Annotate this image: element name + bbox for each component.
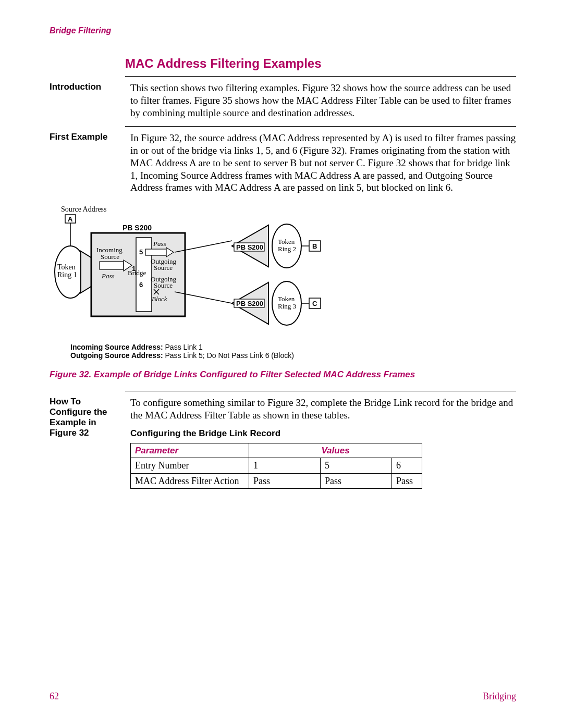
cell-entry-1: 1 — [249, 458, 321, 474]
table-row: MAC Address Filter Action Pass Pass Pass — [131, 473, 422, 489]
table-row: Entry Number 1 5 6 — [131, 458, 422, 474]
cell-entry-5: 5 — [321, 458, 392, 474]
node-b-label: B — [312, 242, 317, 250]
text-introduction: This section shows two filtering example… — [130, 82, 516, 119]
th-values: Values — [249, 443, 422, 458]
node-c-label: C — [312, 300, 317, 307]
pass-1-label: Pass — [101, 272, 115, 280]
bridge-link-table: Parameter Values Entry Number 1 5 6 MAC … — [130, 443, 422, 489]
page-number: 62 — [50, 691, 59, 702]
label-first-example: First Example — [50, 132, 130, 194]
rule-3 — [125, 391, 516, 391]
page-title: MAC Address Filtering Examples — [125, 56, 516, 71]
caption-line-1-text: Pass Link 1 — [163, 343, 203, 351]
diagram-svg: Token Ring 1 Source Address A PB S200 Br… — [50, 204, 383, 335]
caption-line-2-bold: Outgoing Source Address: — [70, 351, 163, 360]
link-1-label: 1 — [132, 265, 136, 273]
cell-pass-1: Pass — [249, 473, 321, 489]
label-introduction: Introduction — [50, 82, 130, 119]
diagram-caption-text: Incoming Source Address: Pass Link 1 Out… — [70, 343, 516, 360]
section-first-example: First Example In Figure 32, the source a… — [50, 132, 516, 194]
text-first-example: In Figure 32, the source address (MAC Ad… — [130, 132, 516, 194]
block-label: Block — [152, 295, 167, 303]
pb-s200-r2-label: PB S200 — [236, 300, 263, 307]
footer-section: Bridging — [483, 691, 516, 702]
caption-line-2-text: Pass Link 5; Do Not Pass Link 6 (Block) — [163, 351, 294, 360]
node-a-label: A — [68, 215, 73, 223]
text-howto: To configure something similar to Figure… — [130, 397, 516, 422]
token-ring-1-label-1: Token — [57, 263, 76, 271]
link-6-label: 6 — [139, 281, 143, 289]
token-ring-3-label-2: Ring 3 — [278, 302, 296, 310]
th-parameter: Parameter — [131, 443, 249, 458]
figure-32-diagram: Token Ring 1 Source Address A PB S200 Br… — [50, 204, 516, 380]
link-5-label: 5 — [139, 248, 143, 256]
rule-1 — [125, 76, 516, 77]
label-howto: How To Configure the Example in Figure 3… — [50, 397, 130, 489]
pb-s200-top-label: PB S200 — [123, 224, 152, 232]
outgoing-5-label-2: Source — [154, 264, 173, 272]
section-introduction: Introduction This section shows two filt… — [50, 82, 516, 119]
cell-entry-6: 6 — [392, 458, 422, 474]
outgoing-5-box — [145, 249, 166, 255]
token-ring-2-label-1: Token — [278, 238, 295, 245]
cell-mac-filter-label: MAC Address Filter Action — [131, 473, 249, 489]
cell-pass-5: Pass — [321, 473, 392, 489]
table-header-row: Parameter Values — [131, 443, 422, 458]
incoming-arrow-box — [100, 262, 124, 269]
content-howto: To configure something similar to Figure… — [130, 397, 516, 489]
token-ring-1-label-2: Ring 1 — [57, 271, 77, 279]
source-address-label: Source Address — [61, 205, 107, 213]
caption-line-1-bold: Incoming Source Address: — [70, 343, 163, 351]
cell-entry-number-label: Entry Number — [131, 458, 249, 474]
running-header: Bridge Filtering — [50, 26, 516, 35]
token-ring-3-label-1: Token — [278, 295, 295, 303]
section-howto: How To Configure the Example in Figure 3… — [50, 397, 516, 489]
figure-32-caption: Figure 32. Example of Bridge Links Confi… — [50, 369, 516, 380]
rule-2 — [125, 126, 516, 127]
bridge-label: Bridge — [128, 269, 146, 277]
title-block: MAC Address Filtering Examples — [125, 56, 516, 71]
page: Bridge Filtering MAC Address Filtering E… — [0, 0, 563, 728]
cell-pass-6: Pass — [392, 473, 422, 489]
page-footer: 62 Bridging — [50, 691, 516, 702]
outgoing-6-label-2: Source — [154, 281, 173, 289]
pb-s200-r1-label: PB S200 — [236, 243, 263, 251]
pass-2-label: Pass — [153, 240, 166, 248]
config-heading: Configuring the Bridge Link Record — [130, 428, 516, 439]
incoming-source-label-2: Source — [101, 253, 119, 261]
token-ring-2-label-2: Ring 2 — [278, 245, 296, 253]
